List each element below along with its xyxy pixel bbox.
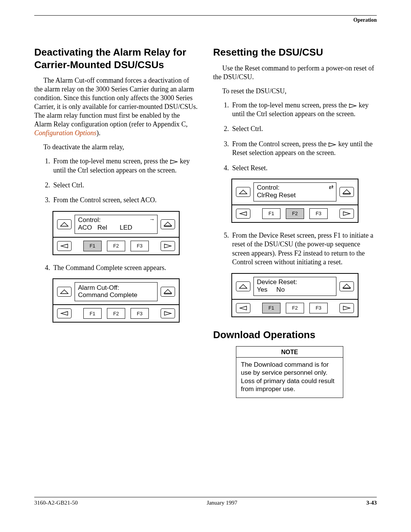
f3-key[interactable]: F3 <box>309 303 328 313</box>
svg-marker-16 <box>240 212 247 216</box>
triangle-left-icon <box>60 244 68 248</box>
lcd-display: Alarm Cut-Off: Command Complete <box>75 282 158 301</box>
step-3-text-a: From the Control screen, press the <box>232 140 328 148</box>
heading-download-ops: Download Operations <box>213 329 377 341</box>
step-1-text-a: From the top-level menu screen, press th… <box>53 157 170 165</box>
step-1: From the top-level menu screen, press th… <box>231 101 377 119</box>
lcd-panel-device-reset: Device Reset: Yes No F1 F2 F3 <box>231 273 358 317</box>
note-title: NOTE <box>236 347 343 358</box>
triangle-right-icon <box>342 211 351 216</box>
right-arrow-icon <box>170 160 178 164</box>
triangle-up-bar-icon <box>164 289 172 294</box>
svg-marker-13 <box>239 190 247 194</box>
right-key[interactable] <box>161 308 175 318</box>
exit-key[interactable] <box>339 187 354 197</box>
note-box: NOTE The Download command is for use by … <box>236 346 343 398</box>
steps-reset: From the top-level menu screen, press th… <box>213 101 377 173</box>
para-deactivate-text: The Alarm Cut-off command forces a deact… <box>34 77 198 128</box>
triangle-left-icon <box>239 211 247 216</box>
triangle-up-bar-icon <box>342 189 351 195</box>
up-key[interactable] <box>57 219 72 229</box>
page-footer: 3160-A2-GB21-50 January 1997 3-43 <box>34 497 377 506</box>
svg-marker-11 <box>349 104 356 108</box>
lcd-line2: ACO Rel LED <box>78 224 154 232</box>
triangle-left-icon <box>60 311 68 316</box>
step-4: The Command Complete screen appears. <box>52 264 198 272</box>
right-arrow-icon <box>349 104 357 108</box>
para-reset: Use the Reset command to perform a power… <box>213 64 377 81</box>
f1-key[interactable]: F1 <box>262 303 280 313</box>
lead-reset: To reset the DSU/CSU, <box>213 87 377 96</box>
step-5: From the Device Reset screen, press F1 t… <box>231 231 377 267</box>
svg-marker-5 <box>164 244 171 248</box>
exit-key[interactable] <box>339 281 354 291</box>
f2-key[interactable]: F2 <box>107 308 125 319</box>
right-key[interactable] <box>339 303 354 313</box>
up-key[interactable] <box>236 281 250 291</box>
lcd-display: Control: ACO Rel LED → <box>75 215 158 234</box>
f1-key[interactable]: F1 <box>83 241 102 251</box>
triangle-right-icon <box>164 311 172 316</box>
svg-marker-2 <box>164 222 172 226</box>
steps-deactivate: From the top-level menu screen, press th… <box>34 157 198 205</box>
step-2: Select Ctrl. <box>231 125 377 133</box>
lcd-line1: Alarm Cut-Off: <box>78 284 154 292</box>
lcd-display: Control: ClrReg Reset ⇄ <box>253 182 336 201</box>
lcd-line1: Control: <box>257 184 333 192</box>
configuration-options-link[interactable]: Configuration Options <box>34 129 97 137</box>
lcd-line1: Device Reset: <box>257 278 333 286</box>
footer-page-number: 3-43 <box>366 500 377 506</box>
footer-doc-id: 3160-A2-GB21-50 <box>34 500 78 506</box>
left-key[interactable] <box>57 308 72 318</box>
triangle-up-icon <box>239 190 247 194</box>
svg-marker-4 <box>61 244 68 248</box>
svg-marker-14 <box>343 190 350 193</box>
running-head: Operation <box>34 17 377 23</box>
para-deactivate-end: ). <box>97 129 101 137</box>
left-key[interactable] <box>236 209 250 219</box>
f3-key[interactable]: F3 <box>309 208 328 219</box>
exit-key[interactable] <box>161 287 175 297</box>
f1-key[interactable]: F1 <box>83 308 102 319</box>
svg-marker-12 <box>329 143 336 147</box>
lcd-panel-control-aco: Control: ACO Rel LED → F1 F2 <box>53 211 180 255</box>
triangle-right-icon <box>342 306 351 310</box>
step-4: Select Reset. <box>231 164 377 173</box>
up-key[interactable] <box>236 187 250 197</box>
heading-resetting: Resetting the DSU/CSU <box>213 46 377 59</box>
f1-key[interactable]: F1 <box>262 208 280 219</box>
triangle-up-icon <box>60 222 68 227</box>
lcd-display: Device Reset: Yes No <box>253 277 336 296</box>
double-arrow-icon: ⇄ <box>329 184 334 190</box>
triangle-up-bar-icon <box>164 222 172 227</box>
f2-key[interactable]: F2 <box>286 208 304 219</box>
lcd-line1: Control: <box>78 216 154 224</box>
step-1: From the top-level menu screen, press th… <box>52 157 198 175</box>
footer-date: January 1997 <box>207 500 237 506</box>
f3-key[interactable]: F3 <box>131 308 149 319</box>
svg-marker-7 <box>164 289 172 293</box>
left-key[interactable] <box>236 303 250 313</box>
up-key[interactable] <box>57 287 72 297</box>
svg-marker-9 <box>61 312 68 315</box>
right-arrow-icon <box>328 142 336 147</box>
svg-marker-19 <box>343 284 350 288</box>
f2-key[interactable]: F2 <box>286 303 304 313</box>
step-3: From the Control screen, select ACO. <box>52 196 198 204</box>
f3-key[interactable]: F3 <box>131 241 149 251</box>
triangle-left-icon <box>239 306 247 310</box>
left-key[interactable] <box>57 241 72 251</box>
right-key[interactable] <box>161 241 175 251</box>
steps-deactivate-cont: The Command Complete screen appears. <box>34 264 198 272</box>
exit-key[interactable] <box>161 219 175 229</box>
svg-marker-22 <box>343 306 350 310</box>
lead-deactivate: To deactivate the alarm relay, <box>34 143 198 152</box>
f2-key[interactable]: F2 <box>107 241 125 251</box>
right-arrow-icon: → <box>149 216 155 222</box>
para-deactivate: The Alarm Cut-off command forces a deact… <box>34 76 198 137</box>
right-key[interactable] <box>339 209 354 219</box>
step-3: From the Control screen, press the key u… <box>231 140 377 158</box>
svg-marker-21 <box>240 306 247 310</box>
svg-marker-17 <box>343 212 350 216</box>
step-2: Select Ctrl. <box>52 181 198 190</box>
